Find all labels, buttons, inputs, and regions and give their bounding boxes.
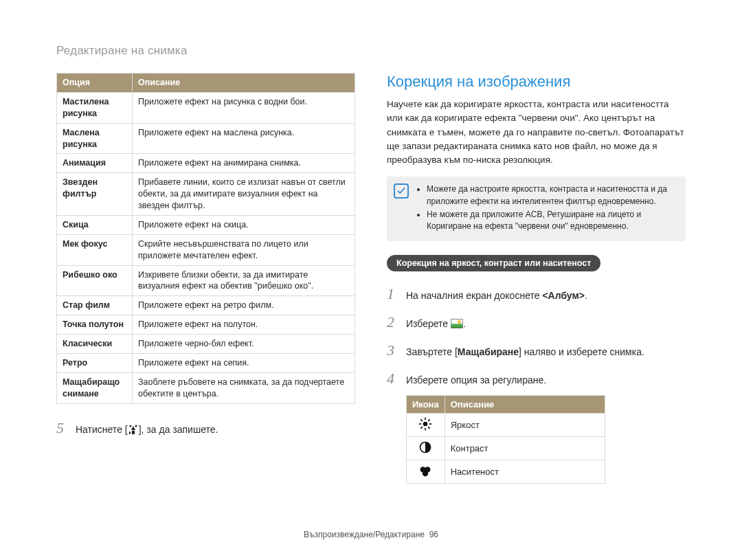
step-text: Завъртете [Мащабиране] наляво и изберете… [406, 345, 644, 359]
section-intro: Научете как да коригирате яркостта, конт… [387, 98, 686, 167]
table-row: Маслена рисункаПриложете ефект на маслен… [57, 123, 355, 154]
option-desc-cell: Приложете ефект на рисунка с водни бои. [133, 92, 355, 123]
step-number: 2 [387, 311, 399, 333]
page-footer: Възпроизвеждане/Редактиране 96 [0, 530, 742, 539]
icon-label-cell: Контраст [445, 436, 605, 460]
contrast-icon [407, 436, 445, 460]
step-text-after: . [463, 318, 466, 329]
option-desc-cell: Приложете черно-бял ефект. [133, 335, 355, 354]
note-icon [394, 183, 409, 199]
icon-table-header-icon: Икона [407, 395, 445, 413]
option-name-cell: Звезден филтър [57, 173, 133, 216]
step-text-after: ] наляво и изберете снимка. [519, 346, 644, 357]
album-thumbnail-icon [451, 319, 463, 328]
table-row: Точка полутонПриложете ефект на полутон. [57, 315, 355, 335]
option-desc-cell: Приложете ефект на маслена рисунка. [133, 123, 355, 154]
option-name-cell: Точка полутон [57, 315, 133, 335]
step-text-bold: <Албум> [542, 290, 585, 301]
step-text-bold: Мащабиране [458, 346, 519, 357]
icon-table: Икона Описание ЯркостКонтрастНаситеност [406, 395, 605, 484]
step-number: 3 [387, 339, 399, 361]
option-desc-cell: Приложете ефект на полутон. [133, 315, 355, 335]
svg-point-4 [135, 425, 137, 427]
table-row: АнимацияПриложете ефект на анимирана сни… [57, 154, 355, 173]
option-name-cell: Класически [57, 335, 133, 354]
svg-rect-1 [129, 432, 131, 434]
left-column: Опция Описание Мастилена рисункаПриложет… [56, 73, 355, 484]
note-box: Можете да настроите яркостта, контраста … [387, 177, 686, 241]
brightness-icon [407, 413, 445, 436]
option-desc-cell: Приложете ефект на скица. [133, 215, 355, 234]
option-name-cell: Мастилена рисунка [57, 92, 133, 123]
icon-label-cell: Яркост [445, 413, 605, 436]
note-bullet: Можете да настроите яркостта, контраста … [427, 183, 677, 208]
step-text: Изберете . [406, 317, 466, 331]
options-table: Опция Описание Мастилена рисункаПриложет… [56, 73, 355, 404]
step-5: 5 Натиснете [], за да запишете. [56, 416, 355, 439]
option-name-cell: Маслена рисунка [57, 123, 133, 154]
svg-point-5 [423, 421, 428, 426]
svg-rect-0 [132, 431, 135, 434]
step-number: 4 [387, 367, 399, 390]
options-table-header-description: Описание [133, 74, 355, 93]
svg-line-11 [429, 427, 431, 429]
option-desc-cell: Приложете ефект на ретро филм. [133, 296, 355, 315]
svg-point-3 [129, 425, 131, 427]
step-text-before: Завъртете [ [406, 346, 458, 357]
table-row: Звезден филтърПрибавете линии, които се … [57, 173, 355, 216]
step-5-after: ], за да запишете. [139, 424, 218, 435]
option-desc-cell: Заоблете ръбовете на снимката, за да под… [133, 372, 355, 403]
step-number: 1 [387, 282, 399, 305]
note-bullet: Не можете да приложите ACB, Ретуширане н… [427, 209, 677, 233]
save-icon [128, 425, 139, 434]
option-name-cell: Мек фокус [57, 234, 133, 265]
option-desc-cell: Приложете ефект на анимирана снимка. [133, 154, 355, 173]
step-text: Изберете опция за регулиране. [406, 373, 546, 388]
table-row: Наситеност [407, 460, 605, 483]
step-2: 2Изберете . [387, 311, 686, 333]
table-row: Мек фокусСкрийте несъвършенствата по лиц… [57, 234, 355, 265]
table-row: СкицаПриложете ефект на скица. [57, 215, 355, 234]
page: Редактиране на снимка Опция Описание Мас… [0, 0, 742, 560]
table-row: РетроПриложете ефект на сепия. [57, 353, 355, 372]
table-row: Контраст [407, 436, 605, 460]
option-desc-cell: Изкривете близки обекти, за да имитирате… [133, 265, 355, 296]
svg-line-13 [429, 419, 431, 421]
table-row: Мастилена рисункаПриложете ефект на рису… [57, 92, 355, 123]
option-name-cell: Ретро [57, 353, 133, 372]
two-column-layout: Опция Описание Мастилена рисункаПриложет… [56, 73, 686, 484]
subsection-pill: Корекция на яркост, контраст или наситен… [387, 255, 600, 271]
step-number: 5 [56, 416, 69, 439]
step-text-before: Изберете опция за регулиране. [406, 374, 546, 385]
step-text-before: Изберете [406, 318, 451, 329]
icon-label-cell: Наситеност [445, 460, 605, 483]
options-table-header-option: Опция [57, 74, 133, 93]
right-column: Корекция на изображения Научете как да к… [387, 73, 686, 484]
step-1: 1На началния екран докоснете <Албум>. [387, 282, 686, 305]
option-name-cell: Скица [57, 215, 133, 234]
section-heading: Корекция на изображения [387, 73, 686, 91]
saturation-icon [407, 460, 445, 483]
step-text-before: На началния екран докоснете [406, 290, 542, 301]
step-5-before: Натиснете [ [76, 424, 128, 435]
step-text: На началния екран докоснете <Албум>. [406, 289, 587, 303]
option-name-cell: Анимация [57, 154, 133, 173]
option-name-cell: Мащабиращо снимане [57, 372, 133, 403]
option-desc-cell: Прибавете линии, които се излизат навън … [133, 173, 355, 216]
option-desc-cell: Приложете ефект на сепия. [133, 353, 355, 372]
table-row: Яркост [407, 413, 605, 436]
footer-page-number: 96 [429, 530, 438, 539]
step-4: 4Изберете опция за регулиране. [387, 367, 686, 390]
option-name-cell: Рибешко око [57, 265, 133, 296]
footer-section: Възпроизвеждане/Редактиране [304, 530, 425, 539]
option-name-cell: Стар филм [57, 296, 133, 315]
table-row: Мащабиращо сниманеЗаоблете ръбовете на с… [57, 372, 355, 403]
svg-line-12 [421, 427, 423, 429]
table-row: Рибешко окоИзкривете близки обекти, за д… [57, 265, 355, 296]
svg-line-10 [421, 419, 423, 421]
table-row: Стар филмПриложете ефект на ретро филм. [57, 296, 355, 315]
step-text-after: . [585, 290, 587, 301]
option-desc-cell: Скрийте несъвършенствата по лицето или п… [133, 234, 355, 265]
svg-marker-2 [131, 426, 135, 430]
step-text: Натиснете [], за да запишете. [76, 423, 218, 437]
